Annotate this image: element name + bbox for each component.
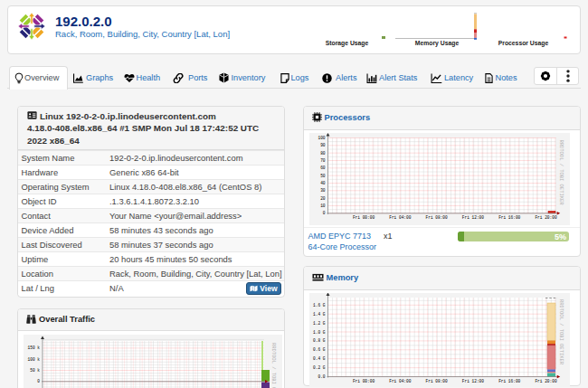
svg-text:50 k: 50 k <box>30 368 40 373</box>
svg-text:Fri 00:00: Fri 00:00 <box>353 215 375 220</box>
svg-text:Fri 12:00: Fri 12:00 <box>462 215 484 220</box>
svg-text:1.2 G: 1.2 G <box>313 321 326 326</box>
svg-text:Fri 20:00: Fri 20:00 <box>535 379 556 383</box>
svg-text:Fri 00:00: Fri 00:00 <box>353 379 375 383</box>
svg-text:Processor Usage: Processor Usage <box>498 40 549 47</box>
svg-text:0: 0 <box>323 211 326 215</box>
svg-text:Fri 08:00: Fri 08:00 <box>426 379 448 383</box>
svg-text:0.8 G: 0.8 G <box>313 338 326 343</box>
svg-text:Fri 16:00: Fri 16:00 <box>498 215 520 220</box>
svg-text:0.6 G: 0.6 G <box>313 347 326 352</box>
svg-text:RRDTOOL / TOBI OETIKER: RRDTOOL / TOBI OETIKER <box>558 140 564 206</box>
svg-text:80: 80 <box>320 151 326 156</box>
svg-text:70: 70 <box>320 158 326 163</box>
svg-text:Storage Usage: Storage Usage <box>326 40 369 47</box>
svg-text:100 k: 100 k <box>28 357 41 362</box>
svg-text:0: 0 <box>37 379 40 383</box>
svg-text:Fri 04:00: Fri 04:00 <box>389 379 411 383</box>
svg-text:60: 60 <box>320 166 326 170</box>
svg-text:40: 40 <box>320 181 326 185</box>
svg-text:1.4 G: 1.4 G <box>313 312 326 317</box>
svg-text:RRDTOOL / TOBI OETIKER: RRDTOOL / TOBI OETIKER <box>270 343 277 388</box>
svg-text:Fri 16:00: Fri 16:00 <box>498 379 520 383</box>
svg-text:100: 100 <box>318 136 325 140</box>
svg-text:Fri 04:00: Fri 04:00 <box>389 215 411 220</box>
svg-text:Memory Usage: Memory Usage <box>415 40 460 47</box>
svg-text:20: 20 <box>320 196 326 201</box>
svg-text:150 k: 150 k <box>28 345 41 350</box>
svg-text:0.2 G: 0.2 G <box>313 365 326 370</box>
svg-text:10: 10 <box>320 203 326 208</box>
svg-text:30: 30 <box>320 188 326 193</box>
svg-text:1.6 G: 1.6 G <box>313 303 326 308</box>
svg-text:90: 90 <box>320 143 326 147</box>
svg-text:Fri 08:00: Fri 08:00 <box>426 215 448 220</box>
svg-text:50: 50 <box>320 174 326 178</box>
svg-text:Fri 12:00: Fri 12:00 <box>462 379 484 383</box>
svg-text:0.0: 0.0 <box>318 374 325 379</box>
svg-text:RRDTOOL / TOBI OETIKER: RRDTOOL / TOBI OETIKER <box>558 299 564 365</box>
svg-text:0.4 G: 0.4 G <box>313 356 326 361</box>
svg-text:Fri 20:00: Fri 20:00 <box>535 215 556 220</box>
svg-text:1.0 G: 1.0 G <box>313 330 326 335</box>
